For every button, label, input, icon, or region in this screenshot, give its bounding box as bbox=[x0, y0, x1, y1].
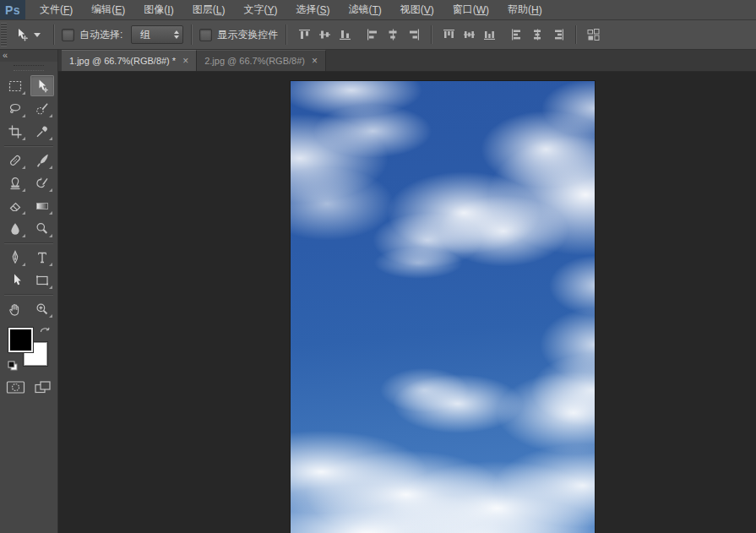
document-tab[interactable]: 2.jpg @ 66.7%(RGB/8#) × bbox=[197, 50, 326, 71]
tab-label: 1.jpg @ 66.7%(RGB/8#) * bbox=[69, 56, 176, 66]
menu-item[interactable]: 文字(Y) bbox=[234, 0, 286, 19]
separator bbox=[286, 24, 286, 45]
document-area: 1.jpg @ 66.7%(RGB/8#) * × 2.jpg @ 66.7%(… bbox=[58, 50, 756, 533]
rectangular-marquee-tool[interactable] bbox=[3, 75, 27, 96]
align-right-edges[interactable] bbox=[404, 25, 422, 44]
show-transform-checkbox[interactable] bbox=[199, 29, 212, 41]
gradient-tool[interactable] bbox=[30, 195, 54, 216]
tool-divider bbox=[4, 145, 53, 146]
alignment-buttons bbox=[294, 25, 603, 44]
align-left-edges[interactable] bbox=[363, 25, 382, 44]
eraser-tool[interactable] bbox=[3, 195, 27, 216]
default-colors-icon[interactable] bbox=[7, 360, 19, 372]
align-horizontal-centers[interactable] bbox=[383, 25, 402, 44]
align-bottom-edges[interactable] bbox=[335, 25, 354, 44]
panel-header: « bbox=[0, 50, 57, 62]
separator bbox=[191, 24, 192, 45]
tool-divider bbox=[4, 294, 53, 295]
clone-stamp-tool[interactable] bbox=[3, 172, 27, 193]
quick-selection-tool[interactable] bbox=[30, 98, 54, 119]
tools-panel: « bbox=[0, 50, 58, 533]
distribute-bottom-edges[interactable] bbox=[480, 25, 498, 44]
panel-grip-handle[interactable] bbox=[14, 65, 44, 71]
lasso-tool[interactable] bbox=[3, 98, 27, 119]
rectangle-tool[interactable] bbox=[30, 269, 54, 291]
auto-select-label: 自动选择: bbox=[79, 28, 122, 42]
color-swatches bbox=[7, 326, 51, 367]
menu-item[interactable]: 滤镜(T) bbox=[339, 0, 390, 19]
foreground-color-swatch[interactable] bbox=[8, 328, 33, 352]
workspace: « bbox=[0, 50, 756, 533]
distribute-vertical-centers[interactable] bbox=[460, 25, 478, 44]
menu-item[interactable]: 图像(I) bbox=[134, 0, 182, 19]
canvas-image-sky-clouds[interactable] bbox=[291, 81, 595, 533]
distribute-horizontal-centers[interactable] bbox=[528, 25, 547, 44]
zoom-tool[interactable] bbox=[30, 298, 54, 319]
brush-tool[interactable] bbox=[30, 150, 54, 171]
auto-align-layers[interactable] bbox=[584, 25, 602, 44]
menu-bar: Ps 文件(F) 编辑(E) 图像(I) 图层(L) 文字(Y) 选择(S) 滤… bbox=[0, 0, 756, 20]
history-brush-tool[interactable] bbox=[30, 172, 54, 193]
distribute-right-edges[interactable] bbox=[548, 25, 567, 44]
tool-preset-picker[interactable] bbox=[12, 25, 46, 44]
auto-select-target-dropdown[interactable]: 组 bbox=[131, 25, 183, 44]
move-tool[interactable] bbox=[30, 75, 54, 96]
align-vertical-centers[interactable] bbox=[315, 25, 334, 44]
distribute-left-edges[interactable] bbox=[508, 25, 526, 44]
options-bar-grip[interactable] bbox=[1, 23, 7, 46]
quick-mask-button[interactable] bbox=[5, 378, 26, 396]
canvas-workspace[interactable] bbox=[58, 72, 756, 533]
collapse-panels-icon[interactable]: « bbox=[3, 50, 8, 60]
distribute-top-edges[interactable] bbox=[439, 25, 458, 44]
tool-preset-caret-icon bbox=[34, 33, 41, 37]
horizontal-type-tool[interactable] bbox=[30, 247, 54, 268]
menu-item[interactable]: 帮助(H) bbox=[498, 0, 552, 19]
blur-tool[interactable] bbox=[3, 218, 27, 239]
menu-item[interactable]: 视图(V) bbox=[391, 0, 443, 19]
crop-tool[interactable] bbox=[3, 121, 27, 142]
options-bar: 自动选择: 组 显示变换控件 bbox=[0, 20, 756, 50]
dropdown-value: 组 bbox=[140, 28, 150, 42]
menu-item[interactable]: 文件(F) bbox=[30, 0, 82, 19]
pen-tool[interactable] bbox=[3, 247, 27, 268]
tab-label: 2.jpg @ 66.7%(RGB/8#) bbox=[204, 56, 305, 66]
photoshop-window: Ps 文件(F) 编辑(E) 图像(I) 图层(L) 文字(Y) 选择(S) 滤… bbox=[0, 0, 756, 533]
close-tab-icon[interactable]: × bbox=[182, 56, 188, 66]
screen-mode-button[interactable] bbox=[33, 378, 52, 396]
align-top-edges[interactable] bbox=[295, 25, 313, 44]
menu-item[interactable]: 选择(S) bbox=[286, 0, 339, 19]
tool-grid bbox=[3, 75, 54, 319]
swap-colors-icon[interactable] bbox=[39, 325, 51, 335]
auto-select-checkbox[interactable] bbox=[62, 29, 74, 41]
menu-item[interactable]: 图层(L) bbox=[183, 0, 235, 19]
dodge-tool[interactable] bbox=[30, 218, 54, 239]
hand-tool[interactable] bbox=[3, 298, 27, 319]
dropdown-spinner-icon bbox=[174, 30, 179, 39]
tool-divider bbox=[4, 242, 53, 243]
photoshop-logo: Ps bbox=[0, 0, 25, 19]
show-transform-label: 显示变换控件 bbox=[217, 28, 278, 42]
document-tab-bar: 1.jpg @ 66.7%(RGB/8#) * × 2.jpg @ 66.7%(… bbox=[58, 50, 756, 72]
eyedropper-tool[interactable] bbox=[30, 121, 54, 142]
auto-select-option: 自动选择: 组 bbox=[62, 25, 183, 44]
close-tab-icon[interactable]: × bbox=[312, 56, 318, 66]
mode-buttons bbox=[5, 378, 52, 396]
path-selection-tool[interactable] bbox=[3, 269, 27, 291]
menu-item[interactable]: 编辑(E) bbox=[82, 0, 134, 19]
main-menu: 文件(F) 编辑(E) 图像(I) 图层(L) 文字(Y) 选择(S) 滤镜(T… bbox=[30, 0, 552, 19]
move-tool-icon bbox=[14, 27, 30, 42]
separator bbox=[53, 24, 54, 45]
spot-healing-brush-tool[interactable] bbox=[3, 150, 27, 171]
menu-item[interactable]: 窗口(W) bbox=[443, 0, 498, 19]
document-tab[interactable]: 1.jpg @ 66.7%(RGB/8#) * × bbox=[62, 50, 197, 71]
show-transform-option: 显示变换控件 bbox=[199, 28, 278, 42]
